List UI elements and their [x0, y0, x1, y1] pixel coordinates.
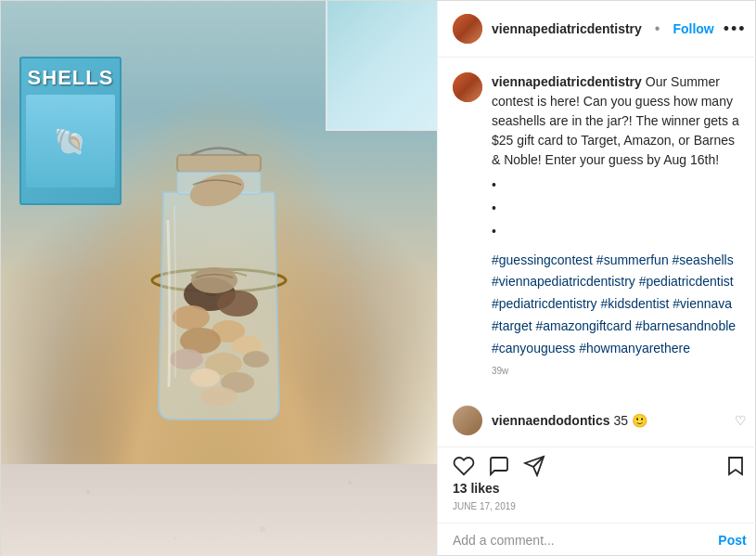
- countertop: [1, 464, 437, 556]
- follow-button[interactable]: Follow: [673, 21, 713, 36]
- header-dot: •: [655, 20, 660, 37]
- post-container: SHELLS: [0, 0, 756, 556]
- svg-point-12: [190, 369, 220, 387]
- caption-content: viennapediatricdentistryOur Summer conte…: [492, 72, 747, 376]
- caption-avatar[interactable]: [453, 72, 482, 102]
- action-icons-row: [453, 455, 747, 477]
- post-actions: 13 likes JUNE 17, 2019: [438, 446, 756, 523]
- comment-item: viennaendodontics35 🙂 ♡: [453, 406, 747, 435]
- post-body: viennapediatricdentistryOur Summer conte…: [438, 58, 756, 398]
- post-comment-button[interactable]: Post: [718, 533, 746, 548]
- shells-poster-text: SHELLS: [28, 66, 114, 90]
- add-comment-row: Post: [438, 523, 756, 556]
- svg-point-14: [200, 387, 237, 406]
- hashtags[interactable]: #guessingcontest #summerfun #seashells #…: [492, 250, 747, 360]
- bullet-dots: •••: [492, 174, 747, 244]
- likes-count: 13 likes: [453, 477, 747, 499]
- shells-poster-image: [26, 95, 114, 187]
- svg-point-15: [191, 267, 237, 293]
- comments-section: viennaendodontics35 🙂 ♡: [438, 398, 756, 446]
- svg-rect-0: [177, 155, 261, 172]
- window-background: [326, 1, 437, 131]
- header-username[interactable]: viennapediatricdentistry: [492, 21, 642, 36]
- comment-button[interactable]: [488, 455, 510, 477]
- add-comment-input[interactable]: [453, 533, 711, 548]
- svg-marker-19: [729, 458, 742, 474]
- comment-heart-icon[interactable]: ♡: [735, 413, 747, 428]
- jar: [117, 146, 321, 443]
- commenter-avatar[interactable]: [453, 406, 482, 435]
- comment-text: viennaendodontics35 🙂: [492, 413, 725, 428]
- share-button[interactable]: [523, 455, 545, 477]
- svg-point-5: [173, 305, 210, 330]
- more-options-button[interactable]: •••: [724, 19, 747, 39]
- caption-row: viennapediatricdentistryOur Summer conte…: [453, 72, 747, 376]
- commenter-username[interactable]: viennaendodontics: [492, 413, 610, 428]
- post-content: viennapediatricdentistry • Follow ••• vi…: [437, 1, 756, 556]
- shells-poster: SHELLS: [19, 57, 122, 205]
- post-time-ago: 39w: [492, 366, 747, 376]
- caption-username[interactable]: viennapediatricdentistry: [492, 74, 642, 89]
- svg-point-11: [243, 351, 269, 368]
- post-header: viennapediatricdentistry • Follow •••: [438, 1, 756, 58]
- caption-text: viennapediatricdentistryOur Summer conte…: [492, 74, 739, 167]
- post-date: JUNE 17, 2019: [453, 499, 747, 519]
- header-avatar[interactable]: [453, 14, 482, 44]
- comment-body: 35 🙂: [614, 413, 647, 428]
- post-image: SHELLS: [1, 1, 437, 556]
- save-button[interactable]: [724, 455, 747, 477]
- like-button[interactable]: [453, 455, 475, 477]
- svg-point-4: [217, 291, 258, 317]
